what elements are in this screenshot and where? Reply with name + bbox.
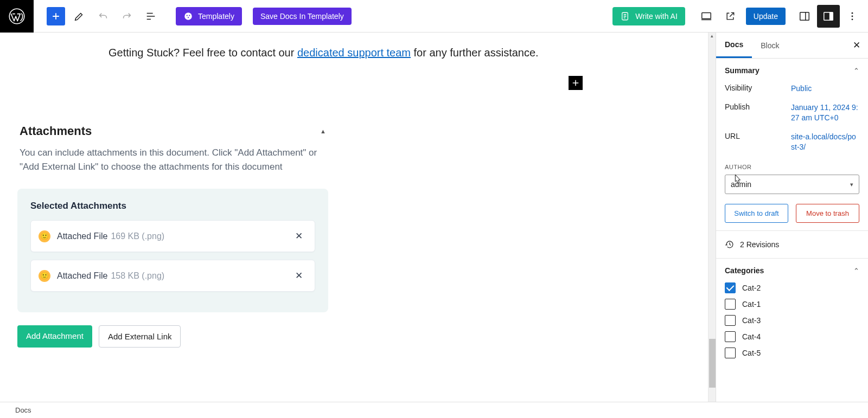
file-type-icon: 🙂 (39, 270, 50, 282)
editor-scrollbar[interactable]: ▴ (708, 33, 716, 402)
support-team-link[interactable]: dedicated support team (297, 47, 411, 59)
more-options-icon[interactable] (841, 5, 864, 28)
category-label: Cat-2 (742, 284, 761, 292)
svg-point-12 (852, 18, 853, 20)
file-type-icon: 🙂 (39, 230, 50, 242)
editor-canvas[interactable]: Getting Stuck? Feel free to contact our … (0, 33, 716, 402)
checkbox-icon[interactable] (725, 348, 736, 358)
edit-tool-icon[interactable] (69, 7, 89, 26)
document-outline-icon[interactable] (141, 7, 161, 26)
svg-rect-9 (829, 12, 833, 20)
wordpress-logo[interactable] (0, 0, 34, 33)
toolbar-left: Templately Save Docs In Templately (34, 7, 352, 26)
attachments-header[interactable]: Attachments ▲ (0, 119, 346, 140)
revisions-row[interactable]: 2 Revisions (716, 231, 868, 259)
attachment-size: 169 KB (.png) (111, 231, 164, 241)
category-item[interactable]: Cat-2 (725, 282, 859, 293)
help-suffix: for any further assistance. (411, 47, 539, 59)
checkbox-icon[interactable] (725, 299, 736, 310)
svg-point-2 (187, 15, 188, 16)
templately-button[interactable]: Templately (176, 7, 242, 25)
category-label: Cat-4 (742, 332, 761, 341)
category-item[interactable]: Cat-4 (725, 331, 859, 342)
close-sidebar-icon[interactable]: ✕ (845, 40, 868, 51)
summary-title: Summary (725, 66, 760, 75)
write-with-ai-button[interactable]: Write with AI (612, 7, 685, 25)
ai-doc-icon (620, 11, 630, 21)
main-layout: Getting Stuck? Feel free to contact our … (0, 33, 868, 402)
redo-icon[interactable] (117, 7, 137, 26)
attachment-item: 🙂 Attached File 169 KB (.png) ✕ (30, 220, 315, 252)
visibility-value[interactable]: Public (791, 83, 859, 94)
revisions-label: 2 Revisions (740, 240, 779, 249)
topbar: Templately Save Docs In Templately Write… (0, 0, 868, 33)
add-attachment-button[interactable]: Add Attachment (17, 325, 92, 348)
sidebar-toggle-right-icon[interactable] (793, 5, 816, 28)
inline-block-inserter[interactable] (569, 76, 583, 90)
save-docs-label: Save Docs In Templately (260, 12, 344, 21)
categories-panel: Categories ⌃ Cat-2 Cat-1 Cat-3 Cat-4 Cat… (716, 259, 868, 367)
switch-to-draft-button[interactable]: Switch to draft (725, 204, 788, 223)
tab-docs[interactable]: Docs (716, 33, 752, 58)
category-item[interactable]: Cat-3 (725, 315, 859, 326)
undo-icon[interactable] (93, 7, 113, 26)
update-button[interactable]: Update (746, 8, 786, 25)
summary-panel: Summary ⌃ Visibility Public Publish Janu… (716, 59, 868, 231)
attachment-name: Attached File (57, 231, 107, 241)
publish-label: Publish (725, 102, 791, 123)
category-label: Cat-3 (742, 316, 761, 325)
settings-panel-icon[interactable] (817, 5, 840, 28)
sidebar-tabs: Docs Block ✕ (716, 33, 868, 59)
svg-rect-7 (800, 12, 809, 20)
attachment-item: 🙂 Attached File 158 KB (.png) ✕ (30, 260, 315, 292)
preview-desktop-icon[interactable] (695, 5, 718, 28)
scroll-thumb[interactable] (709, 339, 716, 388)
url-label: URL (725, 132, 791, 152)
categories-header[interactable]: Categories ⌃ (725, 266, 859, 275)
categories-list: Cat-2 Cat-1 Cat-3 Cat-4 Cat-5 (725, 282, 859, 358)
svg-point-11 (852, 15, 853, 17)
templately-icon (183, 11, 193, 21)
url-value[interactable]: site-a.local/docs/post-3/ (791, 132, 859, 152)
attachment-size: 158 KB (.png) (111, 271, 164, 281)
save-docs-templately-button[interactable]: Save Docs In Templately (253, 8, 352, 25)
scroll-up-icon[interactable]: ▴ (709, 33, 716, 38)
checkbox-icon[interactable] (725, 315, 736, 326)
svg-rect-6 (702, 12, 711, 18)
help-prefix: Getting Stuck? Feel free to contact our (108, 47, 297, 59)
selected-attachments-title: Selected Attachments (30, 201, 315, 211)
footer-breadcrumb[interactable]: Docs (0, 402, 868, 418)
chevron-down-icon: ▾ (850, 181, 853, 188)
attach-actions: Add Attachment Add External Link (0, 312, 346, 361)
attachments-title: Attachments (20, 124, 92, 138)
view-external-icon[interactable] (719, 5, 742, 28)
checkbox-icon[interactable] (725, 282, 736, 293)
remove-attachment-icon[interactable]: ✕ (291, 268, 307, 284)
summary-header[interactable]: Summary ⌃ (725, 66, 859, 75)
breadcrumb-item[interactable]: Docs (15, 406, 31, 414)
category-label: Cat-1 (742, 300, 761, 308)
collapse-caret-icon[interactable]: ▲ (320, 128, 326, 134)
svg-point-10 (852, 12, 853, 14)
checkbox-icon[interactable] (725, 331, 736, 342)
category-item[interactable]: Cat-5 (725, 348, 859, 358)
chevron-up-icon: ⌃ (853, 267, 859, 275)
attachment-name: Attached File (57, 271, 107, 281)
add-block-button[interactable] (47, 7, 65, 25)
categories-title: Categories (725, 266, 764, 275)
selected-attachments-panel: Selected Attachments 🙂 Attached File 169… (17, 189, 328, 312)
remove-attachment-icon[interactable]: ✕ (291, 228, 307, 244)
move-to-trash-button[interactable]: Move to trash (796, 204, 859, 223)
publish-value[interactable]: January 11, 2024 9:27 am UTC+0 (791, 102, 859, 123)
category-label: Cat-5 (742, 349, 761, 357)
templately-label: Templately (198, 12, 234, 21)
author-select[interactable]: admin ▾ (725, 175, 859, 194)
category-item[interactable]: Cat-1 (725, 299, 859, 310)
add-external-link-button[interactable]: Add External Link (99, 325, 181, 348)
write-ai-label: Write with AI (635, 12, 678, 21)
svg-point-4 (188, 17, 189, 18)
settings-sidebar: Docs Block ✕ Summary ⌃ Visibility Public… (716, 33, 868, 402)
tab-block[interactable]: Block (752, 33, 788, 58)
chevron-up-icon: ⌃ (853, 67, 859, 75)
svg-point-3 (189, 15, 190, 16)
